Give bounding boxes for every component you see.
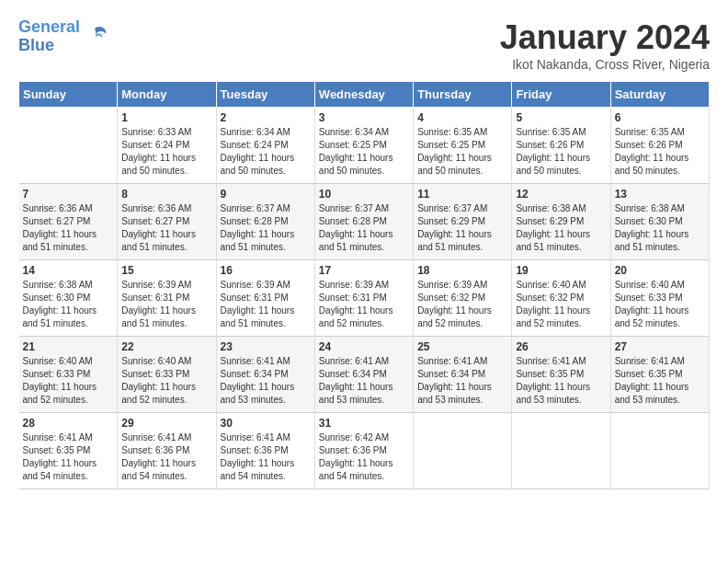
day-info: Sunrise: 6:40 AM Sunset: 6:33 PM Dayligh… (615, 279, 705, 330)
calendar-table: SundayMondayTuesdayWednesdayThursdayFrid… (18, 81, 710, 489)
day-number: 12 (516, 188, 606, 201)
calendar-cell: 21Sunrise: 6:40 AM Sunset: 6:33 PM Dayli… (19, 337, 118, 413)
calendar-cell: 7Sunrise: 6:36 AM Sunset: 6:27 PM Daylig… (19, 184, 118, 260)
calendar-cell: 17Sunrise: 6:39 AM Sunset: 6:31 PM Dayli… (314, 260, 413, 337)
day-number: 21 (23, 340, 114, 353)
calendar-cell: 12Sunrise: 6:38 AM Sunset: 6:29 PM Dayli… (512, 184, 610, 260)
day-number: 27 (615, 340, 705, 353)
day-number: 23 (221, 340, 311, 353)
day-info: Sunrise: 6:41 AM Sunset: 6:34 PM Dayligh… (417, 355, 507, 407)
day-number: 9 (221, 188, 311, 201)
calendar-cell: 25Sunrise: 6:41 AM Sunset: 6:34 PM Dayli… (414, 337, 512, 413)
calendar-cell: 31Sunrise: 6:42 AM Sunset: 6:36 PM Dayli… (314, 413, 413, 489)
calendar-cell: 16Sunrise: 6:39 AM Sunset: 6:31 PM Dayli… (216, 260, 314, 337)
logo-text: General Blue (18, 18, 80, 55)
calendar-cell: 18Sunrise: 6:39 AM Sunset: 6:32 PM Dayli… (414, 260, 512, 337)
calendar-cell: 13Sunrise: 6:38 AM Sunset: 6:30 PM Dayli… (610, 184, 709, 260)
calendar-week-row: 1Sunrise: 6:33 AM Sunset: 6:24 PM Daylig… (19, 108, 710, 184)
day-number: 17 (319, 264, 409, 277)
day-info: Sunrise: 6:39 AM Sunset: 6:32 PM Dayligh… (417, 279, 507, 330)
day-info: Sunrise: 6:41 AM Sunset: 6:35 PM Dayligh… (23, 431, 114, 483)
day-info: Sunrise: 6:37 AM Sunset: 6:28 PM Dayligh… (221, 202, 311, 254)
calendar-cell (512, 413, 610, 489)
day-info: Sunrise: 6:41 AM Sunset: 6:35 PM Dayligh… (516, 355, 606, 407)
day-info: Sunrise: 6:34 AM Sunset: 6:25 PM Dayligh… (319, 126, 409, 178)
day-info: Sunrise: 6:37 AM Sunset: 6:28 PM Dayligh… (319, 202, 409, 254)
day-info: Sunrise: 6:35 AM Sunset: 6:26 PM Dayligh… (615, 126, 705, 178)
day-info: Sunrise: 6:38 AM Sunset: 6:30 PM Dayligh… (23, 279, 114, 330)
day-number: 31 (319, 417, 409, 430)
day-number: 6 (615, 111, 705, 124)
calendar-cell: 14Sunrise: 6:38 AM Sunset: 6:30 PM Dayli… (19, 260, 118, 337)
calendar-cell: 10Sunrise: 6:37 AM Sunset: 6:28 PM Dayli… (314, 184, 413, 260)
day-number: 15 (121, 264, 211, 277)
day-info: Sunrise: 6:38 AM Sunset: 6:30 PM Dayligh… (615, 202, 705, 254)
day-info: Sunrise: 6:40 AM Sunset: 6:32 PM Dayligh… (516, 279, 606, 330)
calendar-cell (19, 108, 118, 184)
calendar-cell: 8Sunrise: 6:36 AM Sunset: 6:27 PM Daylig… (118, 184, 216, 260)
day-number: 1 (121, 111, 211, 124)
logo-bird-icon (82, 23, 109, 51)
day-info: Sunrise: 6:33 AM Sunset: 6:24 PM Dayligh… (121, 126, 211, 178)
logo: General Blue (18, 18, 109, 55)
location: Ikot Nakanda, Cross River, Nigeria (500, 57, 710, 72)
day-info: Sunrise: 6:36 AM Sunset: 6:27 PM Dayligh… (121, 202, 211, 254)
calendar-cell (610, 413, 709, 489)
day-number: 29 (121, 417, 211, 430)
day-number: 10 (319, 188, 409, 201)
weekday-header: Tuesday (216, 82, 314, 108)
day-number: 5 (516, 111, 606, 124)
calendar-cell: 2Sunrise: 6:34 AM Sunset: 6:24 PM Daylig… (216, 108, 314, 184)
day-info: Sunrise: 6:40 AM Sunset: 6:33 PM Dayligh… (23, 355, 114, 407)
day-number: 18 (417, 264, 507, 277)
day-info: Sunrise: 6:34 AM Sunset: 6:24 PM Dayligh… (221, 126, 311, 178)
day-number: 7 (23, 188, 114, 201)
calendar-cell: 1Sunrise: 6:33 AM Sunset: 6:24 PM Daylig… (118, 108, 216, 184)
calendar-cell: 22Sunrise: 6:40 AM Sunset: 6:33 PM Dayli… (118, 337, 216, 413)
calendar-cell: 23Sunrise: 6:41 AM Sunset: 6:34 PM Dayli… (216, 337, 314, 413)
calendar-cell: 4Sunrise: 6:35 AM Sunset: 6:25 PM Daylig… (414, 108, 512, 184)
day-info: Sunrise: 6:35 AM Sunset: 6:25 PM Dayligh… (417, 126, 507, 178)
weekday-header: Monday (118, 82, 216, 108)
calendar-cell: 29Sunrise: 6:41 AM Sunset: 6:36 PM Dayli… (118, 413, 216, 489)
day-info: Sunrise: 6:37 AM Sunset: 6:29 PM Dayligh… (417, 202, 507, 254)
day-number: 16 (221, 264, 311, 277)
calendar-cell: 24Sunrise: 6:41 AM Sunset: 6:34 PM Dayli… (314, 337, 413, 413)
day-number: 8 (121, 188, 211, 201)
calendar-week-row: 28Sunrise: 6:41 AM Sunset: 6:35 PM Dayli… (19, 413, 710, 489)
weekday-header: Sunday (19, 82, 118, 108)
day-number: 13 (615, 188, 705, 201)
weekday-header: Wednesday (314, 82, 413, 108)
title-block: January 2024 Ikot Nakanda, Cross River, … (500, 18, 710, 72)
weekday-header: Thursday (414, 82, 512, 108)
calendar-cell: 11Sunrise: 6:37 AM Sunset: 6:29 PM Dayli… (414, 184, 512, 260)
day-number: 20 (615, 264, 705, 277)
calendar-cell: 26Sunrise: 6:41 AM Sunset: 6:35 PM Dayli… (512, 337, 610, 413)
day-number: 11 (417, 188, 507, 201)
calendar-cell: 5Sunrise: 6:35 AM Sunset: 6:26 PM Daylig… (512, 108, 610, 184)
day-number: 22 (121, 340, 211, 353)
calendar-header: SundayMondayTuesdayWednesdayThursdayFrid… (19, 82, 710, 108)
month-title: January 2024 (500, 18, 710, 57)
day-info: Sunrise: 6:39 AM Sunset: 6:31 PM Dayligh… (121, 279, 211, 330)
calendar-week-row: 14Sunrise: 6:38 AM Sunset: 6:30 PM Dayli… (19, 260, 710, 337)
day-number: 28 (23, 417, 114, 430)
calendar-week-row: 21Sunrise: 6:40 AM Sunset: 6:33 PM Dayli… (19, 337, 710, 413)
weekday-header: Saturday (610, 82, 709, 108)
day-number: 2 (221, 111, 311, 124)
calendar-cell: 27Sunrise: 6:41 AM Sunset: 6:35 PM Dayli… (610, 337, 709, 413)
day-info: Sunrise: 6:38 AM Sunset: 6:29 PM Dayligh… (516, 202, 606, 254)
weekday-header: Friday (512, 82, 610, 108)
calendar-cell: 15Sunrise: 6:39 AM Sunset: 6:31 PM Dayli… (118, 260, 216, 337)
day-info: Sunrise: 6:41 AM Sunset: 6:35 PM Dayligh… (615, 355, 705, 407)
day-info: Sunrise: 6:41 AM Sunset: 6:34 PM Dayligh… (319, 355, 409, 407)
day-number: 19 (516, 264, 606, 277)
day-info: Sunrise: 6:41 AM Sunset: 6:36 PM Dayligh… (121, 431, 211, 483)
calendar-cell: 20Sunrise: 6:40 AM Sunset: 6:33 PM Dayli… (610, 260, 709, 337)
day-number: 4 (417, 111, 507, 124)
day-number: 24 (319, 340, 409, 353)
calendar-cell: 30Sunrise: 6:41 AM Sunset: 6:36 PM Dayli… (216, 413, 314, 489)
day-number: 26 (516, 340, 606, 353)
day-info: Sunrise: 6:39 AM Sunset: 6:31 PM Dayligh… (221, 279, 311, 330)
calendar-cell: 6Sunrise: 6:35 AM Sunset: 6:26 PM Daylig… (610, 108, 709, 184)
